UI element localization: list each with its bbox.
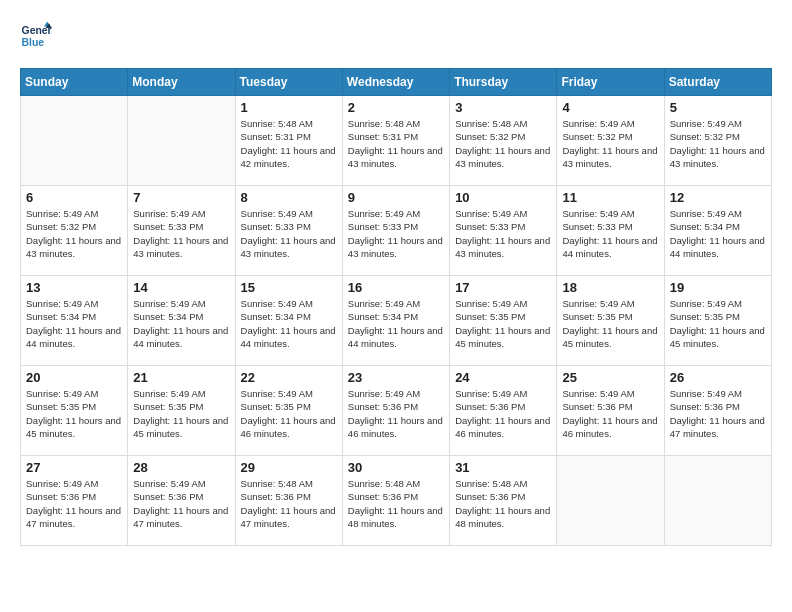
day-number: 26 <box>670 370 766 385</box>
calendar-cell: 1Sunrise: 5:48 AMSunset: 5:31 PMDaylight… <box>235 96 342 186</box>
day-detail: Sunrise: 5:49 AMSunset: 5:33 PMDaylight:… <box>455 207 551 260</box>
calendar-week-row: 6Sunrise: 5:49 AMSunset: 5:32 PMDaylight… <box>21 186 772 276</box>
day-number: 24 <box>455 370 551 385</box>
calendar-cell <box>128 96 235 186</box>
calendar-table: SundayMondayTuesdayWednesdayThursdayFrid… <box>20 68 772 546</box>
calendar-cell: 10Sunrise: 5:49 AMSunset: 5:33 PMDayligh… <box>450 186 557 276</box>
logo-icon: General Blue <box>20 20 52 52</box>
day-number: 3 <box>455 100 551 115</box>
day-number: 28 <box>133 460 229 475</box>
day-detail: Sunrise: 5:48 AMSunset: 5:36 PMDaylight:… <box>348 477 444 530</box>
calendar-week-row: 1Sunrise: 5:48 AMSunset: 5:31 PMDaylight… <box>21 96 772 186</box>
day-number: 20 <box>26 370 122 385</box>
calendar-cell: 6Sunrise: 5:49 AMSunset: 5:32 PMDaylight… <box>21 186 128 276</box>
day-number: 6 <box>26 190 122 205</box>
calendar-cell: 24Sunrise: 5:49 AMSunset: 5:36 PMDayligh… <box>450 366 557 456</box>
calendar-cell: 26Sunrise: 5:49 AMSunset: 5:36 PMDayligh… <box>664 366 771 456</box>
weekday-header: Friday <box>557 69 664 96</box>
calendar-cell: 12Sunrise: 5:49 AMSunset: 5:34 PMDayligh… <box>664 186 771 276</box>
day-detail: Sunrise: 5:48 AMSunset: 5:36 PMDaylight:… <box>455 477 551 530</box>
day-detail: Sunrise: 5:49 AMSunset: 5:34 PMDaylight:… <box>133 297 229 350</box>
calendar-cell: 29Sunrise: 5:48 AMSunset: 5:36 PMDayligh… <box>235 456 342 546</box>
day-detail: Sunrise: 5:49 AMSunset: 5:33 PMDaylight:… <box>133 207 229 260</box>
day-detail: Sunrise: 5:49 AMSunset: 5:34 PMDaylight:… <box>26 297 122 350</box>
calendar-cell: 23Sunrise: 5:49 AMSunset: 5:36 PMDayligh… <box>342 366 449 456</box>
day-number: 10 <box>455 190 551 205</box>
day-detail: Sunrise: 5:49 AMSunset: 5:35 PMDaylight:… <box>133 387 229 440</box>
day-detail: Sunrise: 5:49 AMSunset: 5:36 PMDaylight:… <box>455 387 551 440</box>
day-number: 22 <box>241 370 337 385</box>
day-detail: Sunrise: 5:49 AMSunset: 5:35 PMDaylight:… <box>26 387 122 440</box>
calendar-cell: 7Sunrise: 5:49 AMSunset: 5:33 PMDaylight… <box>128 186 235 276</box>
day-number: 7 <box>133 190 229 205</box>
day-number: 15 <box>241 280 337 295</box>
calendar-week-row: 13Sunrise: 5:49 AMSunset: 5:34 PMDayligh… <box>21 276 772 366</box>
day-detail: Sunrise: 5:49 AMSunset: 5:34 PMDaylight:… <box>241 297 337 350</box>
calendar-week-row: 27Sunrise: 5:49 AMSunset: 5:36 PMDayligh… <box>21 456 772 546</box>
calendar-cell: 8Sunrise: 5:49 AMSunset: 5:33 PMDaylight… <box>235 186 342 276</box>
calendar-cell: 5Sunrise: 5:49 AMSunset: 5:32 PMDaylight… <box>664 96 771 186</box>
calendar-cell: 20Sunrise: 5:49 AMSunset: 5:35 PMDayligh… <box>21 366 128 456</box>
day-number: 30 <box>348 460 444 475</box>
calendar-cell: 17Sunrise: 5:49 AMSunset: 5:35 PMDayligh… <box>450 276 557 366</box>
day-number: 25 <box>562 370 658 385</box>
day-number: 29 <box>241 460 337 475</box>
day-detail: Sunrise: 5:49 AMSunset: 5:34 PMDaylight:… <box>670 207 766 260</box>
calendar-week-row: 20Sunrise: 5:49 AMSunset: 5:35 PMDayligh… <box>21 366 772 456</box>
day-number: 21 <box>133 370 229 385</box>
day-detail: Sunrise: 5:49 AMSunset: 5:35 PMDaylight:… <box>455 297 551 350</box>
day-detail: Sunrise: 5:49 AMSunset: 5:32 PMDaylight:… <box>670 117 766 170</box>
day-number: 5 <box>670 100 766 115</box>
day-detail: Sunrise: 5:49 AMSunset: 5:34 PMDaylight:… <box>348 297 444 350</box>
svg-text:Blue: Blue <box>22 37 45 48</box>
day-number: 8 <box>241 190 337 205</box>
day-number: 2 <box>348 100 444 115</box>
day-detail: Sunrise: 5:49 AMSunset: 5:35 PMDaylight:… <box>562 297 658 350</box>
calendar-cell: 22Sunrise: 5:49 AMSunset: 5:35 PMDayligh… <box>235 366 342 456</box>
day-detail: Sunrise: 5:49 AMSunset: 5:36 PMDaylight:… <box>26 477 122 530</box>
day-number: 27 <box>26 460 122 475</box>
weekday-header: Sunday <box>21 69 128 96</box>
calendar-cell: 14Sunrise: 5:49 AMSunset: 5:34 PMDayligh… <box>128 276 235 366</box>
calendar-cell <box>557 456 664 546</box>
day-detail: Sunrise: 5:49 AMSunset: 5:33 PMDaylight:… <box>348 207 444 260</box>
day-number: 16 <box>348 280 444 295</box>
calendar-cell: 31Sunrise: 5:48 AMSunset: 5:36 PMDayligh… <box>450 456 557 546</box>
day-number: 12 <box>670 190 766 205</box>
calendar-cell: 25Sunrise: 5:49 AMSunset: 5:36 PMDayligh… <box>557 366 664 456</box>
day-number: 1 <box>241 100 337 115</box>
day-detail: Sunrise: 5:49 AMSunset: 5:36 PMDaylight:… <box>133 477 229 530</box>
day-number: 23 <box>348 370 444 385</box>
weekday-header: Wednesday <box>342 69 449 96</box>
day-detail: Sunrise: 5:48 AMSunset: 5:31 PMDaylight:… <box>348 117 444 170</box>
day-detail: Sunrise: 5:49 AMSunset: 5:36 PMDaylight:… <box>562 387 658 440</box>
calendar-cell: 15Sunrise: 5:49 AMSunset: 5:34 PMDayligh… <box>235 276 342 366</box>
calendar-cell: 18Sunrise: 5:49 AMSunset: 5:35 PMDayligh… <box>557 276 664 366</box>
calendar-cell <box>21 96 128 186</box>
day-detail: Sunrise: 5:49 AMSunset: 5:33 PMDaylight:… <box>241 207 337 260</box>
day-number: 31 <box>455 460 551 475</box>
calendar-cell: 2Sunrise: 5:48 AMSunset: 5:31 PMDaylight… <box>342 96 449 186</box>
calendar-cell: 30Sunrise: 5:48 AMSunset: 5:36 PMDayligh… <box>342 456 449 546</box>
day-number: 13 <box>26 280 122 295</box>
calendar-cell: 4Sunrise: 5:49 AMSunset: 5:32 PMDaylight… <box>557 96 664 186</box>
day-detail: Sunrise: 5:48 AMSunset: 5:31 PMDaylight:… <box>241 117 337 170</box>
day-detail: Sunrise: 5:49 AMSunset: 5:32 PMDaylight:… <box>562 117 658 170</box>
calendar-cell: 3Sunrise: 5:48 AMSunset: 5:32 PMDaylight… <box>450 96 557 186</box>
page-header: General Blue <box>20 20 772 52</box>
calendar-cell: 11Sunrise: 5:49 AMSunset: 5:33 PMDayligh… <box>557 186 664 276</box>
day-detail: Sunrise: 5:48 AMSunset: 5:36 PMDaylight:… <box>241 477 337 530</box>
calendar-cell: 9Sunrise: 5:49 AMSunset: 5:33 PMDaylight… <box>342 186 449 276</box>
calendar-cell: 13Sunrise: 5:49 AMSunset: 5:34 PMDayligh… <box>21 276 128 366</box>
day-detail: Sunrise: 5:49 AMSunset: 5:33 PMDaylight:… <box>562 207 658 260</box>
calendar-cell <box>664 456 771 546</box>
day-number: 19 <box>670 280 766 295</box>
weekday-header: Saturday <box>664 69 771 96</box>
weekday-header: Thursday <box>450 69 557 96</box>
day-number: 4 <box>562 100 658 115</box>
day-detail: Sunrise: 5:48 AMSunset: 5:32 PMDaylight:… <box>455 117 551 170</box>
calendar-cell: 16Sunrise: 5:49 AMSunset: 5:34 PMDayligh… <box>342 276 449 366</box>
day-detail: Sunrise: 5:49 AMSunset: 5:35 PMDaylight:… <box>670 297 766 350</box>
calendar-cell: 28Sunrise: 5:49 AMSunset: 5:36 PMDayligh… <box>128 456 235 546</box>
calendar-cell: 19Sunrise: 5:49 AMSunset: 5:35 PMDayligh… <box>664 276 771 366</box>
